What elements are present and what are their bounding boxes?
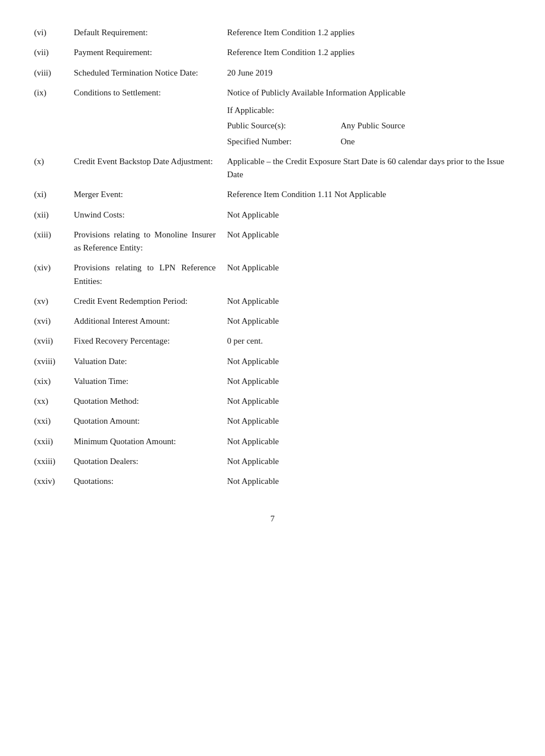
row-ix-sub-2-label: Specified Number: bbox=[227, 135, 341, 148]
row-vi-num: (vi) bbox=[34, 26, 74, 39]
row-xix-value: Not Applicable bbox=[227, 375, 511, 388]
row-xv-value: Not Applicable bbox=[227, 295, 511, 308]
row-xi-num: (xi) bbox=[34, 188, 74, 201]
row-xxiv-value: Not Applicable bbox=[227, 475, 511, 488]
row-vi-value: Reference Item Condition 1.2 applies bbox=[227, 26, 511, 39]
row-vii-value: Reference Item Condition 1.2 applies bbox=[227, 46, 511, 59]
row-xix: (xix) Valuation Time: Not Applicable bbox=[34, 371, 511, 391]
row-vi-label: Default Requirement: bbox=[74, 26, 227, 39]
row-xvi-label: Additional Interest Amount: bbox=[74, 315, 227, 328]
row-ix-value: Notice of Publicly Available Information… bbox=[227, 86, 511, 148]
row-viii-label: Scheduled Termination Notice Date: bbox=[74, 66, 227, 80]
row-xxiii-value: Not Applicable bbox=[227, 455, 511, 468]
row-xiii-value: Not Applicable bbox=[227, 228, 511, 241]
row-ix-sub-1: Public Source(s): Any Public Source bbox=[227, 119, 511, 132]
row-xx-value: Not Applicable bbox=[227, 395, 511, 408]
row-xxiv-num: (xxiv) bbox=[34, 475, 74, 488]
row-xi: (xi) Merger Event: Reference Item Condit… bbox=[34, 185, 511, 204]
row-ix-sub-1-value: Any Public Source bbox=[341, 119, 511, 132]
row-xxiii: (xxiii) Quotation Dealers: Not Applicabl… bbox=[34, 452, 511, 471]
row-xvii-value: 0 per cent. bbox=[227, 335, 511, 348]
row-xiii-label: Provisions relating to Monoline Insurer … bbox=[74, 228, 227, 255]
row-xxiii-num: (xxiii) bbox=[34, 455, 74, 468]
row-ix-main-value: Notice of Publicly Available Information… bbox=[227, 86, 511, 99]
row-xx-label: Quotation Method: bbox=[74, 395, 227, 408]
row-xvi-value: Not Applicable bbox=[227, 315, 511, 328]
row-viii-value: 20 June 2019 bbox=[227, 66, 511, 80]
row-xiv-label: Provisions relating to LPN Reference Ent… bbox=[74, 261, 227, 288]
row-xix-label: Valuation Time: bbox=[74, 375, 227, 388]
row-xi-label: Merger Event: bbox=[74, 188, 227, 201]
row-ix-sub-2-value: One bbox=[341, 135, 511, 148]
row-xvii-num: (xvii) bbox=[34, 335, 74, 348]
row-xviii-num: (xviii) bbox=[34, 355, 74, 368]
row-xii-label: Unwind Costs: bbox=[74, 208, 227, 222]
row-viii: (viii) Scheduled Termination Notice Date… bbox=[34, 63, 511, 83]
page-number: 7 bbox=[34, 514, 511, 524]
row-x-value: Applicable – the Credit Exposure Start D… bbox=[227, 155, 511, 182]
row-vii: (vii) Payment Requirement: Reference Ite… bbox=[34, 43, 511, 62]
row-xviii-label: Valuation Date: bbox=[74, 355, 227, 368]
row-ix-sub-0-value bbox=[341, 104, 511, 117]
row-xv: (xv) Credit Event Redemption Period: Not… bbox=[34, 291, 511, 311]
row-xix-num: (xix) bbox=[34, 375, 74, 388]
row-xx-num: (xx) bbox=[34, 395, 74, 408]
row-xi-value: Reference Item Condition 1.11 Not Applic… bbox=[227, 188, 511, 201]
row-ix-label: Conditions to Settlement: bbox=[74, 86, 227, 99]
row-xii: (xii) Unwind Costs: Not Applicable bbox=[34, 205, 511, 225]
row-xviii-value: Not Applicable bbox=[227, 355, 511, 368]
row-x-label: Credit Event Backstop Date Adjustment: bbox=[74, 155, 227, 168]
document-body: (vi) Default Requirement: Reference Item… bbox=[34, 23, 511, 524]
row-xviii: (xviii) Valuation Date: Not Applicable bbox=[34, 352, 511, 371]
row-xxiii-label: Quotation Dealers: bbox=[74, 455, 227, 468]
row-xv-label: Credit Event Redemption Period: bbox=[74, 295, 227, 308]
row-xxii: (xxii) Minimum Quotation Amount: Not App… bbox=[34, 432, 511, 452]
row-xvii: (xvii) Fixed Recovery Percentage: 0 per … bbox=[34, 331, 511, 351]
row-xxiv: (xxiv) Quotations: Not Applicable bbox=[34, 471, 511, 491]
row-ix-sub-1-label: Public Source(s): bbox=[227, 119, 341, 132]
row-xvi-num: (xvi) bbox=[34, 315, 74, 328]
row-xxi-value: Not Applicable bbox=[227, 415, 511, 428]
row-viii-num: (viii) bbox=[34, 66, 74, 80]
row-xiv: (xiv) Provisions relating to LPN Referen… bbox=[34, 258, 511, 291]
row-xxi-label: Quotation Amount: bbox=[74, 415, 227, 428]
row-xv-num: (xv) bbox=[34, 295, 74, 308]
row-xiv-num: (xiv) bbox=[34, 261, 74, 274]
row-xxii-num: (xxii) bbox=[34, 435, 74, 448]
row-xxiv-label: Quotations: bbox=[74, 475, 227, 488]
row-xxi-num: (xxi) bbox=[34, 415, 74, 428]
row-xvi: (xvi) Additional Interest Amount: Not Ap… bbox=[34, 311, 511, 331]
row-xii-num: (xii) bbox=[34, 208, 74, 222]
row-vii-label: Payment Requirement: bbox=[74, 46, 227, 59]
row-xiv-value: Not Applicable bbox=[227, 261, 511, 274]
row-xvii-label: Fixed Recovery Percentage: bbox=[74, 335, 227, 348]
row-xxi: (xxi) Quotation Amount: Not Applicable bbox=[34, 411, 511, 431]
row-x: (x) Credit Event Backstop Date Adjustmen… bbox=[34, 152, 511, 185]
row-ix-sub-0: If Applicable: bbox=[227, 104, 511, 117]
row-xiii-num: (xiii) bbox=[34, 228, 74, 241]
row-vi: (vi) Default Requirement: Reference Item… bbox=[34, 23, 511, 43]
row-xx: (xx) Quotation Method: Not Applicable bbox=[34, 391, 511, 411]
row-ix-sub-2: Specified Number: One bbox=[227, 135, 511, 148]
row-xiii: (xiii) Provisions relating to Monoline I… bbox=[34, 225, 511, 258]
row-xii-value: Not Applicable bbox=[227, 208, 511, 222]
row-ix: (ix) Conditions to Settlement: Notice of… bbox=[34, 83, 511, 152]
row-vii-num: (vii) bbox=[34, 46, 74, 59]
row-ix-num: (ix) bbox=[34, 86, 74, 99]
row-xxii-label: Minimum Quotation Amount: bbox=[74, 435, 227, 448]
row-x-num: (x) bbox=[34, 155, 74, 168]
row-xxii-value: Not Applicable bbox=[227, 435, 511, 448]
row-ix-sub-0-label: If Applicable: bbox=[227, 104, 341, 117]
